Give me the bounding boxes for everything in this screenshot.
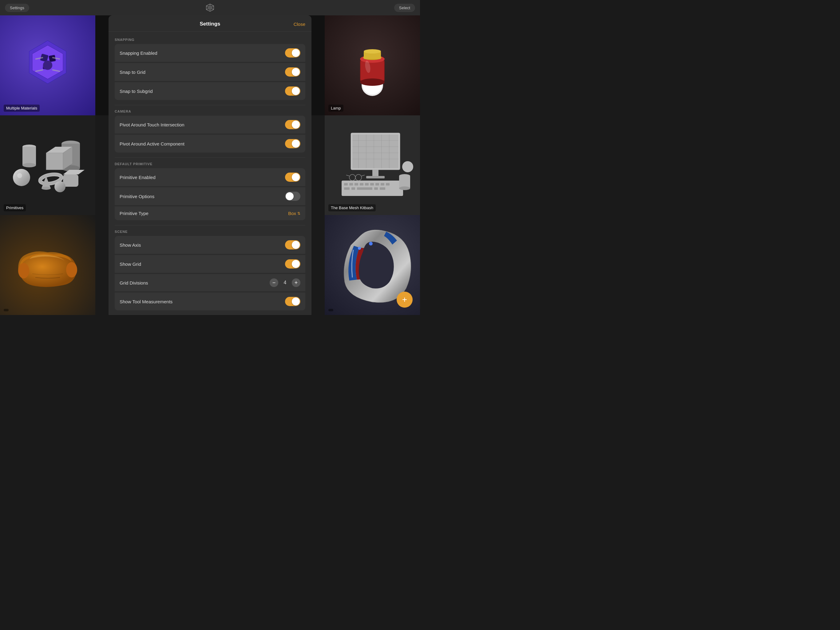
- svg-rect-77: [380, 187, 385, 190]
- svg-point-87: [18, 263, 29, 279]
- svg-rect-71: [381, 183, 384, 185]
- grid-divisions-value: 4: [282, 280, 288, 285]
- scene-section-label: SCENE: [115, 230, 305, 233]
- grid-divisions-stepper: − 4 +: [270, 279, 300, 287]
- logo-area: [206, 3, 214, 12]
- primitive-type-selector[interactable]: Box ⇅: [288, 211, 300, 216]
- lamp-shape: [325, 15, 420, 116]
- snapping-group: Snapping Enabled Snap to Grid Snap to Su…: [115, 44, 305, 101]
- settings-title: Settings: [199, 21, 220, 27]
- snap-to-grid-label: Snap to Grid: [120, 70, 145, 75]
- couch-label: [4, 309, 9, 311]
- pivot-touch-slider: [285, 120, 300, 129]
- svg-rect-67: [360, 183, 363, 185]
- default-primitive-section-label: DEFAULT PRIMITIVE: [115, 162, 305, 166]
- snap-to-grid-toggle[interactable]: [285, 67, 300, 77]
- snap-to-subgrid-label: Snap to Subgrid: [120, 89, 153, 94]
- grid-divisions-row: Grid Divisions − 4 +: [115, 274, 305, 291]
- settings-body[interactable]: SNAPPING Snapping Enabled Snap to Grid S…: [109, 32, 311, 315]
- svg-rect-64: [344, 183, 348, 185]
- snapping-section-label: SNAPPING: [115, 38, 305, 41]
- settings-close-button[interactable]: Close: [294, 22, 305, 27]
- grid-divisions-decrement-button[interactable]: −: [270, 279, 278, 287]
- svg-line-85: [346, 175, 349, 176]
- snapping-enabled-row: Snapping Enabled: [115, 44, 305, 62]
- svg-line-86: [362, 175, 365, 176]
- svg-rect-31: [46, 153, 63, 170]
- show-grid-toggle[interactable]: [285, 259, 300, 269]
- show-grid-slider: [285, 259, 300, 269]
- svg-point-82: [349, 174, 355, 180]
- pivot-touch-toggle[interactable]: [285, 120, 300, 129]
- multiple-materials-label: Multiple Materials: [4, 104, 39, 112]
- divider-1: [115, 105, 305, 105]
- show-tool-measurements-row: Show Tool Measurements: [115, 293, 305, 310]
- default-primitive-group: Primitive Enabled Primitive Options Prim…: [115, 168, 305, 221]
- svg-point-96: [369, 242, 373, 245]
- svg-rect-74: [351, 187, 355, 190]
- svg-rect-62: [366, 176, 385, 179]
- gallery-cell-primitives: Primitives: [0, 116, 95, 215]
- grid-divisions-label: Grid Divisions: [120, 280, 148, 285]
- multiple-materials-svg: [17, 35, 78, 96]
- svg-point-83: [355, 174, 362, 180]
- kitbash-shape: [325, 116, 420, 215]
- pivot-touch-label: Pivot Around Touch Intersection: [120, 122, 185, 127]
- svg-point-36: [22, 163, 36, 167]
- kitbash-svg: [326, 123, 418, 207]
- grid-divisions-increment-button[interactable]: +: [292, 279, 300, 287]
- divider-2: [115, 157, 305, 158]
- svg-rect-76: [374, 187, 378, 190]
- couch-svg: [11, 234, 85, 296]
- snap-to-grid-row: Snap to Grid: [115, 63, 305, 81]
- svg-point-38: [17, 173, 22, 178]
- show-tool-measurements-toggle[interactable]: [285, 297, 300, 306]
- svg-point-37: [13, 169, 30, 186]
- primitives-shape: [0, 116, 95, 215]
- svg-point-97: [358, 247, 361, 250]
- scene-group: Show Axis Show Grid Grid Divisions − 4: [115, 236, 305, 311]
- primitive-type-chevron-icon: ⇅: [297, 211, 300, 216]
- svg-point-13: [43, 60, 52, 70]
- show-axis-slider: [285, 240, 300, 250]
- snap-to-grid-slider: [285, 67, 300, 77]
- svg-rect-66: [355, 183, 358, 185]
- primitive-options-toggle[interactable]: [285, 192, 300, 201]
- svg-rect-51: [352, 135, 398, 168]
- settings-header: Settings Close: [109, 15, 311, 32]
- snapping-enabled-toggle[interactable]: [285, 48, 300, 57]
- snap-to-subgrid-toggle[interactable]: [285, 86, 300, 96]
- primitives-svg: [6, 125, 89, 205]
- svg-rect-75: [357, 187, 373, 190]
- svg-rect-73: [344, 187, 350, 190]
- show-axis-label: Show Axis: [120, 242, 141, 248]
- pivot-active-toggle[interactable]: [285, 139, 300, 148]
- kitbash-label: The Base Mesh Kitbash: [328, 204, 376, 211]
- fab-button[interactable]: +: [396, 291, 413, 308]
- snap-to-subgrid-slider: [285, 86, 300, 96]
- settings-button[interactable]: Settings: [5, 4, 29, 12]
- svg-rect-35: [22, 147, 36, 165]
- show-axis-toggle[interactable]: [285, 240, 300, 250]
- svg-marker-1: [208, 5, 212, 10]
- camera-section-label: CAMERA: [115, 109, 305, 113]
- primitive-type-label: Primitive Type: [120, 211, 148, 216]
- show-tool-measurements-label: Show Tool Measurements: [120, 299, 172, 304]
- svg-rect-21: [361, 60, 384, 81]
- primitive-enabled-slider: [285, 173, 300, 182]
- camera-group: Pivot Around Touch Intersection Pivot Ar…: [115, 116, 305, 153]
- primitive-options-label: Primitive Options: [120, 194, 154, 199]
- pivot-active-row: Pivot Around Active Component: [115, 135, 305, 153]
- snap-to-subgrid-row: Snap to Subgrid: [115, 82, 305, 100]
- couch-shape: [0, 215, 95, 315]
- primitive-enabled-toggle[interactable]: [285, 173, 300, 182]
- primitives-label: Primitives: [4, 204, 26, 211]
- primitive-options-slider: [285, 192, 300, 201]
- app-logo-icon: [206, 3, 214, 12]
- gallery-cell-kitbash: The Base Mesh Kitbash: [325, 116, 420, 215]
- show-tool-measurements-slider: [285, 297, 300, 306]
- primitive-type-value: Box: [288, 211, 296, 216]
- select-button[interactable]: Select: [394, 4, 415, 12]
- svg-rect-70: [376, 183, 379, 185]
- svg-point-23: [360, 78, 385, 86]
